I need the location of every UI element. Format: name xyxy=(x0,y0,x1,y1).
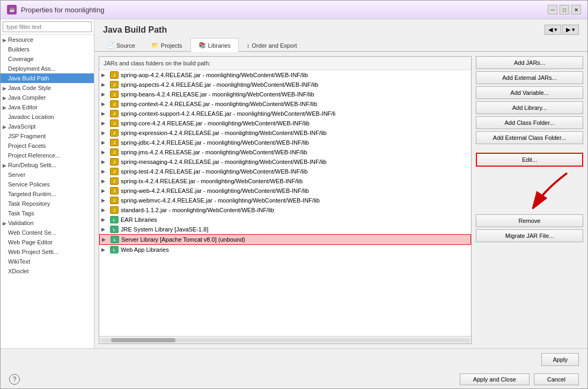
apply-close-button[interactable]: Apply and Close xyxy=(460,373,530,385)
minimize-button[interactable]: ─ xyxy=(548,5,557,14)
tab-libraries[interactable]: 📚 Libraries xyxy=(190,38,239,52)
tree-item[interactable]: ▶Jspring-jdbc-4.2.4.RELEASE.jar - moonli… xyxy=(99,138,471,147)
sidebar-item[interactable]: Java Build Path xyxy=(1,73,94,83)
tree-scroll[interactable]: ▶Jspring-aop-4.2.4.RELEASE.jar - moonlig… xyxy=(99,70,471,336)
tree-container: JARs and class folders on the build path… xyxy=(99,56,472,344)
add-external-class-folder-button[interactable]: Add External Class Folder... xyxy=(476,131,583,144)
sidebar-item[interactable]: Builders xyxy=(1,44,94,54)
jar-icon: J xyxy=(110,110,119,117)
tab-projects[interactable]: 📁 Projects xyxy=(143,38,190,52)
tree-item[interactable]: ▶Jspring-context-support-4.2.4.RELEASE.j… xyxy=(99,109,471,118)
tree-item[interactable]: ▶Jspring-context-4.2.4.RELEASE.jar - moo… xyxy=(99,99,471,109)
tree-item[interactable]: ▶Jspring-expression-4.2.4.RELEASE.jar - … xyxy=(99,128,471,138)
sidebar-item[interactable]: Web Page Editor xyxy=(1,237,94,247)
tree-item-label: spring-jms-4.2.4.RELEASE.jar - moonlight… xyxy=(121,149,307,155)
sidebar-item[interactable]: Coverage xyxy=(1,54,94,64)
search-input[interactable] xyxy=(3,21,92,32)
sidebar-item[interactable]: ▶Java Code Style xyxy=(1,83,94,93)
add-jars-button[interactable]: Add JARs... xyxy=(476,56,583,69)
apply-button[interactable]: Apply xyxy=(541,353,579,366)
h-scroll-thumb[interactable] xyxy=(111,338,175,342)
sidebar-item[interactable]: Server xyxy=(1,170,94,179)
migrate-jar-button[interactable]: Migrate JAR File... xyxy=(476,229,583,242)
tree-item[interactable]: ▶Jspring-test-4.2.4.RELEASE.jar - moonli… xyxy=(99,167,471,176)
jar-icon: J xyxy=(110,168,119,175)
tree-item-label: JRE System Library [JavaSE-1.8] xyxy=(121,226,208,233)
sidebar-item[interactable]: ▶Java Editor xyxy=(1,102,94,112)
help-button[interactable]: ? xyxy=(9,374,20,385)
sidebar-item-label: Java Editor xyxy=(8,104,38,110)
sidebar-item[interactable]: Task Repository xyxy=(1,199,94,208)
tree-item[interactable]: ▶Jspring-aspects-4.2.4.RELEASE.jar - moo… xyxy=(99,80,471,89)
tree-item[interactable]: ▶Jspring-core-4.2.4.RELEASE.jar - moonli… xyxy=(99,118,471,128)
sidebar-item-label: Java Build Path xyxy=(8,75,49,81)
footer-buttons: Apply and Close Cancel xyxy=(460,373,579,385)
add-external-jars-button[interactable]: Add External JARs... xyxy=(476,71,583,84)
jar-icon: J xyxy=(110,148,119,156)
maximize-button[interactable]: □ xyxy=(560,5,569,14)
sidebar-item[interactable]: Javadoc Location xyxy=(1,112,94,122)
sidebar-item[interactable]: Deployment Ass... xyxy=(1,64,94,73)
add-variable-button[interactable]: Add Variable... xyxy=(476,86,583,99)
jar-icon: J xyxy=(110,71,119,79)
sidebar-item[interactable]: Web Content Se... xyxy=(1,228,94,237)
tree-arrow-icon: ▶ xyxy=(101,72,110,78)
window-controls: ─ □ ✕ xyxy=(548,5,581,14)
add-class-folder-button[interactable]: Add Class Folder... xyxy=(476,116,583,129)
jar-icon: J xyxy=(110,139,119,146)
cancel-button[interactable]: Cancel xyxy=(534,373,579,385)
tree-item-label: spring-aop-4.2.4.RELEASE.jar - moonlight… xyxy=(121,72,308,78)
tree-item[interactable]: ▶Jspring-jms-4.2.4.RELEASE.jar - moonlig… xyxy=(99,147,471,157)
add-library-button[interactable]: Add Library... xyxy=(476,101,583,114)
sidebar-item[interactable]: ▶Resource xyxy=(1,35,94,44)
sidebar-item[interactable]: Project Facets xyxy=(1,141,94,151)
properties-window: ☕ Properties for moonlighting ─ □ ✕ ▶Res… xyxy=(0,0,588,389)
title-bar-left: ☕ Properties for moonlighting xyxy=(7,5,104,14)
sidebar-item-label: Deployment Ass... xyxy=(8,65,56,72)
sidebar-item[interactable]: WikiText xyxy=(1,257,94,266)
sidebar-item[interactable]: Service Policies xyxy=(1,179,94,189)
title-bar: ☕ Properties for moonlighting ─ □ ✕ xyxy=(1,1,587,19)
sidebar-item[interactable]: ▶JavaScript xyxy=(1,122,94,131)
tree-item[interactable]: ▶Jspring-web-4.2.4.RELEASE.jar - moonlig… xyxy=(99,186,471,196)
horizontal-scrollbar[interactable] xyxy=(99,336,471,343)
edit-button[interactable]: Edit... xyxy=(476,153,583,167)
sidebar-item[interactable]: Project Reference... xyxy=(1,151,94,160)
sidebar-item-label: Java Compiler xyxy=(8,94,46,101)
tree-arrow-icon: ▶ xyxy=(101,82,110,87)
h-scroll-track[interactable] xyxy=(100,338,470,342)
nav-back-button[interactable]: ◀ ▾ xyxy=(545,25,561,35)
tab-source[interactable]: 📄 Source xyxy=(99,38,143,52)
tree-item[interactable]: ▶Jspring-aop-4.2.4.RELEASE.jar - moonlig… xyxy=(99,70,471,80)
tree-item[interactable]: ▶Jspring-tx-4.2.4.RELEASE.jar - moonligh… xyxy=(99,176,471,186)
tree-arrow-icon: ▶ xyxy=(101,227,110,232)
tab-order-and-export[interactable]: ↕ Order and Export xyxy=(239,38,305,52)
lib-icon: L xyxy=(110,216,119,223)
tree-item[interactable]: ▶Jspring-messaging-4.2.4.RELEASE.jar - m… xyxy=(99,157,471,167)
sidebar-item[interactable]: XDoclet xyxy=(1,266,94,276)
tree-arrow-icon: ▶ xyxy=(101,217,110,222)
tree-item[interactable]: ▶LJRE System Library [JavaSE-1.8] xyxy=(99,225,471,234)
sidebar-item[interactable]: ▶Run/Debug Setti... xyxy=(1,160,94,170)
tree-item[interactable]: ▶LServer Library [Apache Tomcat v8.0] (u… xyxy=(99,234,471,245)
tree-arrow-icon: ▶ xyxy=(101,159,110,164)
sidebar-item[interactable]: ▶Java Compiler xyxy=(1,93,94,102)
tree-item[interactable]: ▶Jspring-webmvc-4.2.4.RELEASE.jar - moon… xyxy=(99,196,471,205)
tree-item[interactable]: ▶LWeb App Libraries xyxy=(99,245,471,255)
close-button[interactable]: ✕ xyxy=(571,5,581,14)
remove-button[interactable]: Remove xyxy=(476,214,583,227)
nav-forward-button[interactable]: ▶ ▾ xyxy=(562,25,579,35)
sidebar-item-label: Web Page Editor xyxy=(8,239,53,245)
sidebar-item[interactable]: ▶Validation xyxy=(1,218,94,228)
sidebar-item[interactable]: Task Tags xyxy=(1,208,94,218)
tree-item[interactable]: ▶Jstandard-1.1.2.jar - moonlighting/WebC… xyxy=(99,205,471,215)
tree-item[interactable]: ▶Jspring-beans-4.2.4.RELEASE.jar - moonl… xyxy=(99,89,471,99)
sidebar-item-label: JSP Fragment xyxy=(8,133,46,139)
sidebar-item[interactable]: JSP Fragment xyxy=(1,131,94,141)
jar-icon: J xyxy=(110,129,119,137)
sidebar-item[interactable]: Web Project Setti... xyxy=(1,247,94,257)
sidebar-item-label: Javadoc Location xyxy=(8,114,54,120)
jar-icon: J xyxy=(110,100,119,108)
sidebar-item[interactable]: Targeted Runtim... xyxy=(1,189,94,199)
tree-item[interactable]: ▶LEAR Libraries xyxy=(99,215,471,225)
